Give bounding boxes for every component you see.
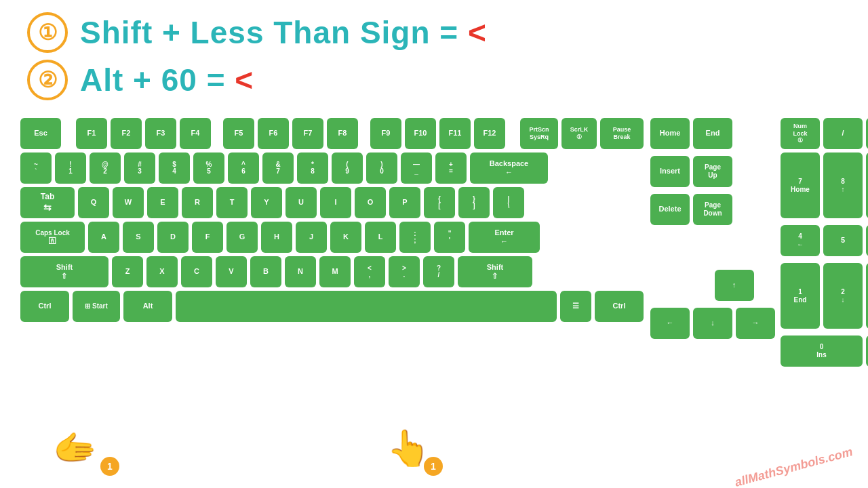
key-shift-right[interactable]: Shift⇧ (458, 256, 532, 287)
key-3[interactable]: #3 (124, 152, 155, 184)
key-ctrl-left[interactable]: Ctrl (20, 291, 69, 322)
key-num-1[interactable]: 1End (781, 263, 820, 329)
key-f4[interactable]: F4 (180, 118, 211, 149)
key-numlock[interactable]: NumLock① (781, 118, 820, 149)
key-a[interactable]: A (88, 222, 119, 253)
key-1[interactable]: !1 (55, 152, 86, 184)
key-num-2[interactable]: 2↓ (823, 263, 863, 329)
key-z[interactable]: Z (112, 256, 143, 287)
caps-key-row: Caps Lock🄰 A S D F G H J K L :; "' Enter… (20, 222, 644, 253)
key-n[interactable]: N (285, 256, 316, 287)
key-enter[interactable]: Enter← (469, 222, 540, 253)
key-r[interactable]: R (182, 187, 213, 218)
key-end[interactable]: End (693, 118, 732, 149)
key-d[interactable]: D (157, 222, 189, 253)
key-minus[interactable]: —_ (401, 152, 432, 184)
key-j[interactable]: J (296, 222, 327, 253)
key-e[interactable]: E (147, 187, 178, 218)
key-f6[interactable]: F6 (258, 118, 289, 149)
key-f10[interactable]: F10 (405, 118, 436, 149)
key-alt-left[interactable]: Alt (123, 291, 172, 322)
key-f2[interactable]: F2 (111, 118, 142, 149)
key-num-0[interactable]: 0Ins (781, 336, 863, 367)
key-f1[interactable]: F1 (76, 118, 107, 149)
key-i[interactable]: I (320, 187, 351, 218)
key-y[interactable]: Y (251, 187, 282, 218)
key-backspace[interactable]: Backspace← (470, 152, 548, 184)
key-b[interactable]: B (250, 256, 281, 287)
key-x[interactable]: X (146, 256, 178, 287)
key-t[interactable]: T (216, 187, 248, 218)
key-backslash[interactable]: |\ (493, 187, 524, 218)
key-pageup[interactable]: PageUp (693, 156, 732, 187)
key-w[interactable]: W (113, 187, 144, 218)
key-ctrl-right[interactable]: Ctrl (595, 291, 644, 322)
key-equals[interactable]: += (435, 152, 467, 184)
key-8[interactable]: *8 (297, 152, 328, 184)
key-prtscn[interactable]: PrtScnSysRq (520, 118, 558, 149)
key-num-4[interactable]: 4← (781, 225, 820, 256)
key-f8[interactable]: F8 (327, 118, 358, 149)
key-semicolon[interactable]: :; (399, 222, 431, 253)
key-m[interactable]: M (319, 256, 351, 287)
key-f11[interactable]: F11 (439, 118, 471, 149)
key-arrow-left[interactable]: ← (650, 308, 690, 339)
key-5[interactable]: %5 (193, 152, 224, 184)
key-shift-left[interactable]: Shift⇧ (20, 256, 108, 287)
key-arrow-up[interactable]: ↑ (715, 270, 754, 301)
key-pause[interactable]: PauseBreak (600, 118, 644, 149)
key-g[interactable]: G (226, 222, 258, 253)
key-period[interactable]: >. (389, 256, 420, 287)
key-h[interactable]: H (261, 222, 292, 253)
key-rbracket[interactable]: }] (458, 187, 490, 218)
key-space[interactable] (176, 291, 557, 322)
key-f9[interactable]: F9 (370, 118, 401, 149)
key-arrow-right[interactable]: → (736, 308, 775, 339)
watermark: allMathSymbols.com (733, 445, 854, 488)
key-u[interactable]: U (285, 187, 317, 218)
key-9[interactable]: (9 (332, 152, 363, 184)
key-num-7[interactable]: 7Home (781, 152, 820, 218)
key-q[interactable]: Q (78, 187, 109, 218)
key-v[interactable]: V (216, 256, 247, 287)
hand-cursor-1: 🫲 (53, 428, 97, 469)
key-c[interactable]: C (181, 256, 212, 287)
key-l[interactable]: L (365, 222, 396, 253)
key-2[interactable]: @2 (90, 152, 121, 184)
circle-1: ① (27, 12, 68, 53)
key-f3[interactable]: F3 (145, 118, 176, 149)
key-quote[interactable]: "' (434, 222, 465, 253)
key-tab[interactable]: Tab⇆ (20, 187, 75, 218)
key-num-5[interactable]: 5 (823, 225, 863, 256)
key-7[interactable]: &7 (262, 152, 294, 184)
key-f12[interactable]: F12 (474, 118, 505, 149)
key-start[interactable]: ⊞ Start (73, 291, 120, 322)
key-f[interactable]: F (192, 222, 223, 253)
key-f7[interactable]: F7 (292, 118, 323, 149)
key-num-8[interactable]: 8↑ (823, 152, 863, 218)
key-num-slash[interactable]: / (823, 118, 863, 149)
formula-2-result: < (235, 62, 254, 98)
key-f5[interactable]: F5 (223, 118, 254, 149)
key-esc[interactable]: Esc (20, 118, 61, 149)
key-scrlk[interactable]: ScrLK① (561, 118, 597, 149)
key-comma[interactable]: <, (354, 256, 385, 287)
key-tilde[interactable]: ~` (20, 152, 52, 184)
key-slash[interactable]: ?/ (423, 256, 454, 287)
key-pagedown[interactable]: PageDown (693, 194, 732, 225)
key-lbracket[interactable]: {[ (424, 187, 455, 218)
key-menu[interactable]: ☰ (560, 291, 591, 322)
key-4[interactable]: $4 (159, 152, 190, 184)
nav-spacer (650, 232, 775, 266)
key-6[interactable]: ^6 (228, 152, 259, 184)
key-capslock[interactable]: Caps Lock🄰 (20, 222, 85, 253)
key-p[interactable]: P (389, 187, 420, 218)
key-arrow-down[interactable]: ↓ (693, 308, 732, 339)
key-home[interactable]: Home (650, 118, 690, 149)
key-k[interactable]: K (330, 222, 361, 253)
key-s[interactable]: S (123, 222, 154, 253)
key-0[interactable]: )0 (366, 152, 397, 184)
key-insert[interactable]: Insert (650, 156, 690, 187)
key-o[interactable]: O (355, 187, 386, 218)
key-delete[interactable]: Delete (650, 194, 690, 225)
